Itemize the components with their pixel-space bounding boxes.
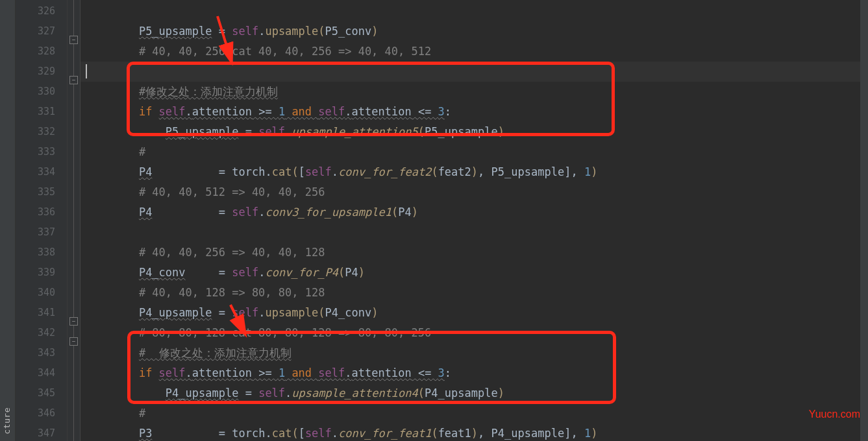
line-number: 336: [16, 202, 55, 222]
line-number: 337: [16, 222, 55, 243]
line-number: 339: [16, 263, 55, 283]
code-line[interactable]: #: [86, 142, 868, 162]
line-number: 328: [16, 42, 55, 62]
line-number: 327: [16, 21, 55, 42]
code-line[interactable]: [86, 222, 868, 243]
line-number: 341: [16, 303, 55, 323]
line-number: 330: [16, 82, 55, 102]
line-number: 346: [16, 403, 55, 423]
fold-toggle-icon[interactable]: −: [69, 317, 78, 326]
line-number: 343: [16, 343, 55, 363]
code-editor[interactable]: cture 326 327 328 329 330 331 332 333 33…: [0, 0, 868, 441]
code-line[interactable]: P3 = torch.cat([self.conv_for_feat1(feat…: [86, 423, 868, 441]
code-line[interactable]: # 80, 80, 128 cat 80, 80, 128 => 80, 80,…: [86, 323, 868, 343]
line-number: 333: [16, 142, 55, 162]
line-number: 345: [16, 383, 55, 403]
line-number: 331: [16, 102, 55, 122]
structure-tab[interactable]: cture: [2, 407, 12, 435]
line-number: 335: [16, 182, 55, 202]
code-line[interactable]: P5_upsample = self.upsample_attention5(P…: [86, 122, 868, 142]
code-area[interactable]: P5_upsample = self.upsample(P5_conv) # 4…: [81, 0, 868, 441]
line-number-gutter: 326 327 328 329 330 331 332 333 334 335 …: [16, 0, 68, 441]
fold-toggle-icon[interactable]: −: [69, 337, 78, 346]
code-line[interactable]: P5_upsample = self.upsample(P5_conv): [86, 21, 868, 42]
line-number: 344: [16, 363, 55, 383]
fold-column: − − − −: [68, 0, 81, 441]
code-line[interactable]: # 40, 40, 256 cat 40, 40, 256 => 40, 40,…: [86, 42, 868, 62]
code-line[interactable]: # 40, 40, 256 => 40, 40, 128: [86, 243, 868, 263]
code-line[interactable]: #修改之处：添加注意力机制: [86, 82, 868, 102]
line-number: 334: [16, 162, 55, 182]
code-line[interactable]: P4 = self.conv3_for_upsample1(P4): [86, 202, 868, 222]
code-line[interactable]: P4 = torch.cat([self.conv_for_feat2(feat…: [86, 162, 868, 182]
code-line[interactable]: if self.attention >= 1 and self.attentio…: [86, 363, 868, 383]
code-line[interactable]: # 40, 40, 128 => 80, 80, 128: [86, 283, 868, 303]
watermark: Yuucn.com: [809, 409, 860, 420]
line-number: 329: [16, 62, 55, 82]
code-line[interactable]: [86, 62, 868, 82]
fold-toggle-icon[interactable]: −: [69, 76, 78, 84]
code-line[interactable]: if self.attention >= 1 and self.attentio…: [86, 102, 868, 122]
fold-toggle-icon[interactable]: −: [69, 36, 78, 44]
code-line[interactable]: P4_conv = self.conv_for_P4(P4): [86, 263, 868, 283]
side-toolbar: cture: [0, 0, 16, 441]
line-number: 342: [16, 323, 55, 343]
line-number: 326: [16, 1, 55, 21]
text-caret: [86, 64, 87, 78]
code-line[interactable]: # 40, 40, 512 => 40, 40, 256: [86, 182, 868, 202]
code-line[interactable]: [86, 1, 868, 21]
line-number: 347: [16, 423, 55, 441]
line-number: 338: [16, 243, 55, 263]
code-line[interactable]: P4_upsample = self.upsample_attention4(P…: [86, 383, 868, 403]
code-line[interactable]: # 修改之处：添加注意力机制: [86, 343, 868, 363]
line-number: 340: [16, 283, 55, 303]
line-number: 332: [16, 122, 55, 142]
code-line[interactable]: #: [86, 403, 868, 423]
code-line[interactable]: P4_upsample = self.upsample(P4_conv): [86, 303, 868, 323]
